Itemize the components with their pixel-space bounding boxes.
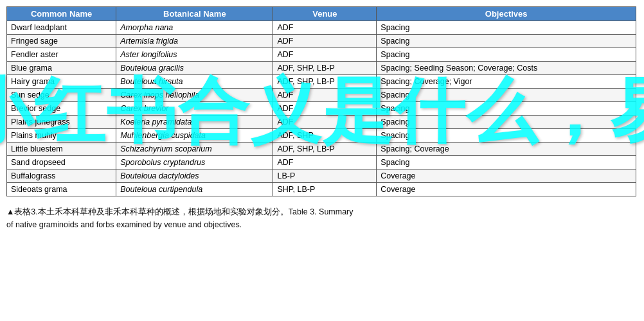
table-row: Sun sedgeCarex inops heliophilaADFSpacin…	[7, 89, 636, 102]
table-row: Sideoats gramaBouteloua curtipendulaSHP,…	[7, 183, 636, 196]
table-cell: Bouteloua hirsuta	[116, 75, 273, 89]
table-cell: Fendler aster	[7, 48, 116, 62]
header-venue: Venue	[273, 7, 377, 21]
data-table: Common Name Botanical Name Venue Objecti…	[6, 6, 636, 196]
table-cell: ADF	[273, 21, 377, 35]
header-objectives: Objectives	[377, 7, 636, 21]
table-cell: Spacing	[377, 48, 636, 62]
table-cell: Sand dropseed	[7, 156, 116, 169]
table-cell: Spacing	[377, 35, 636, 48]
table-header-row: Common Name Botanical Name Venue Objecti…	[7, 7, 636, 21]
table-cell: Carex inops heliophila	[116, 89, 273, 102]
table-cell: Plains muhly	[7, 129, 116, 143]
table-row: Fendler asterAster longifoliusADFSpacing	[7, 48, 636, 62]
table-cell: Spacing	[377, 21, 636, 35]
table-cell: Spacing	[377, 89, 636, 102]
header-botanical-name: Botanical Name	[116, 7, 273, 21]
table-cell: Spacing	[377, 156, 636, 169]
table-cell: Koeleria pyramidata	[116, 116, 273, 129]
table-row: Brevior sedgeCarex breviorADFSpacing	[7, 102, 636, 116]
table-cell: Bouteloua gracilis	[116, 62, 273, 75]
table-row: Hairy gramaBouteloua hirsutaADF, SHP, LB…	[7, 75, 636, 89]
table-cell: ADF	[273, 48, 377, 62]
table-cell: Muhlenbergia cuspidata	[116, 129, 273, 143]
table-cell: Sideoats grama	[7, 183, 116, 196]
table-row: Sand dropseedSporobolus cryptandrusADFSp…	[7, 156, 636, 169]
table-cell: Coverage	[377, 169, 636, 183]
table-cell: Blue grama	[7, 62, 116, 75]
table-cell: Carex brevior	[116, 102, 273, 116]
table-cell: Sporobolus cryptandrus	[116, 156, 273, 169]
table-row: Blue gramaBouteloua gracilisADF, SHP, LB…	[7, 62, 636, 75]
table-cell: Artemisia frigida	[116, 35, 273, 48]
table-cell: ADF	[273, 102, 377, 116]
table-cell: ADF	[273, 116, 377, 129]
table-cell: Coverage	[377, 183, 636, 196]
table-cell: Fringed sage	[7, 35, 116, 48]
table-cell: Amorpha nana	[116, 21, 273, 35]
table-cell: ADF	[273, 89, 377, 102]
table-row: Dwarf leadplantAmorpha nanaADFSpacing	[7, 21, 636, 35]
table-cell: Spacing; Seeding Season; Coverage; Costs	[377, 62, 636, 75]
table-body: Dwarf leadplantAmorpha nanaADFSpacingFri…	[7, 21, 636, 196]
table-row: Plains muhlyMuhlenbergia cuspidataADF, S…	[7, 129, 636, 143]
table-cell: LB-P	[273, 169, 377, 183]
table-row: Plains junegrassKoeleria pyramidataADFSp…	[7, 116, 636, 129]
table-cell: Buffalograss	[7, 169, 116, 183]
table-cell: Bouteloua curtipendula	[116, 183, 273, 196]
table-cell: Aster longifolius	[116, 48, 273, 62]
table-container: Common Name Botanical Name Venue Objecti…	[0, 0, 644, 196]
table-cell: ADF	[273, 156, 377, 169]
table-row: Little bluestemSchizachyrium scopariumAD…	[7, 143, 636, 156]
table-cell: ADF, SHP, LB-P	[273, 62, 377, 75]
table-cell: ADF, SHP	[273, 129, 377, 143]
table-cell: Brevior sedge	[7, 102, 116, 116]
table-cell: ADF	[273, 35, 377, 48]
table-cell: Dwarf leadplant	[7, 21, 116, 35]
table-cell: Spacing	[377, 102, 636, 116]
caption-area: ▲表格3.本土禾本科草种及非禾本科草种的概述，根据场地和实验对象划分。Table…	[0, 196, 630, 238]
table-cell: Spacing	[377, 129, 636, 143]
caption-line2: of native graminoids and forbs examined …	[6, 218, 623, 231]
table-cell: SHP, LB-P	[273, 183, 377, 196]
header-common-name: Common Name	[7, 7, 116, 21]
table-cell: Schizachyrium scoparium	[116, 143, 273, 156]
table-row: Fringed sageArtemisia frigidaADFSpacing	[7, 35, 636, 48]
table-cell: Spacing	[377, 116, 636, 129]
table-cell: Sun sedge	[7, 89, 116, 102]
table-cell: Spacing; Coverage	[377, 143, 636, 156]
caption-line1: ▲表格3.本土禾本科草种及非禾本科草种的概述，根据场地和实验对象划分。Table…	[6, 205, 623, 218]
table-cell: Little bluestem	[7, 143, 116, 156]
table-cell: ADF, SHP, LB-P	[273, 75, 377, 89]
table-cell: Plains junegrass	[7, 116, 116, 129]
table-cell: ADF, SHP, LB-P	[273, 143, 377, 156]
table-cell: Bouteloua dactyloides	[116, 169, 273, 183]
table-cell: Hairy grama	[7, 75, 116, 89]
table-row: BuffalograssBouteloua dactyloidesLB-PCov…	[7, 169, 636, 183]
table-cell: Spacing; Coverage; Vigor	[377, 75, 636, 89]
